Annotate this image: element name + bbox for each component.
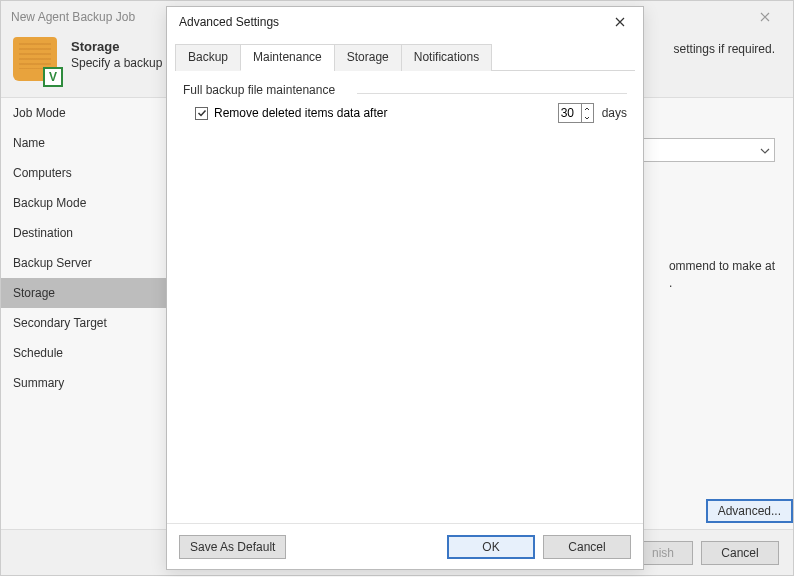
advanced-settings-dialog: Advanced Settings BackupMaintenanceStora… — [166, 6, 644, 570]
wizard-sidebar: Job ModeNameComputersBackup ModeDestinat… — [1, 98, 169, 529]
days-spinner[interactable] — [558, 103, 594, 123]
wizard-close-button[interactable] — [745, 3, 785, 31]
dialog-cancel-button[interactable]: Cancel — [543, 535, 631, 559]
dialog-tabs: BackupMaintenanceStorageNotifications — [175, 43, 635, 71]
page-subtitle-right: settings if required. — [674, 42, 775, 56]
checkmark-icon — [197, 108, 207, 118]
close-icon — [615, 17, 625, 27]
remove-deleted-row: Remove deleted items data after days — [183, 103, 627, 123]
spinner-down-button[interactable] — [582, 113, 593, 122]
veeam-badge-icon: V — [43, 67, 63, 87]
sidebar-item-job-mode[interactable]: Job Mode — [1, 98, 169, 128]
page-subtitle-left: Specify a backup — [71, 56, 162, 70]
days-input[interactable] — [559, 104, 581, 122]
partial-hint-text: ommend to make at . — [669, 258, 775, 292]
tab-notifications[interactable]: Notifications — [401, 44, 492, 71]
remove-deleted-checkbox[interactable] — [195, 107, 208, 120]
ok-button[interactable]: OK — [447, 535, 535, 559]
tab-backup[interactable]: Backup — [175, 44, 241, 71]
remove-deleted-label: Remove deleted items data after — [214, 106, 387, 120]
tab-storage[interactable]: Storage — [334, 44, 402, 71]
fieldset-label: Full backup file maintenance — [183, 83, 627, 97]
page-title: Storage — [71, 39, 162, 54]
fieldset-divider — [357, 93, 627, 94]
sidebar-item-storage[interactable]: Storage — [1, 278, 169, 308]
days-unit-label: days — [602, 106, 627, 120]
tab-maintenance-content: Full backup file maintenance Remove dele… — [167, 71, 643, 523]
dialog-close-button[interactable] — [603, 10, 637, 34]
dialog-footer: Save As Default OK Cancel — [167, 523, 643, 569]
sidebar-item-secondary-target[interactable]: Secondary Target — [1, 308, 169, 338]
sidebar-item-backup-server[interactable]: Backup Server — [1, 248, 169, 278]
dialog-titlebar: Advanced Settings — [167, 7, 643, 37]
advanced-button[interactable]: Advanced... — [706, 499, 793, 523]
sidebar-item-backup-mode[interactable]: Backup Mode — [1, 188, 169, 218]
cancel-button[interactable]: Cancel — [701, 541, 779, 565]
sidebar-item-name[interactable]: Name — [1, 128, 169, 158]
save-as-default-button[interactable]: Save As Default — [179, 535, 286, 559]
sidebar-item-destination[interactable]: Destination — [1, 218, 169, 248]
spinner-up-button[interactable] — [582, 104, 593, 113]
sidebar-item-schedule[interactable]: Schedule — [1, 338, 169, 368]
chevron-up-icon — [584, 107, 590, 111]
sidebar-item-computers[interactable]: Computers — [1, 158, 169, 188]
close-icon — [760, 12, 770, 22]
tab-maintenance[interactable]: Maintenance — [240, 44, 335, 71]
chevron-down-icon — [584, 116, 590, 120]
sidebar-item-summary[interactable]: Summary — [1, 368, 169, 398]
wizard-step-icon: V — [13, 37, 61, 85]
chevron-down-icon — [760, 143, 770, 157]
dialog-title: Advanced Settings — [179, 15, 603, 29]
